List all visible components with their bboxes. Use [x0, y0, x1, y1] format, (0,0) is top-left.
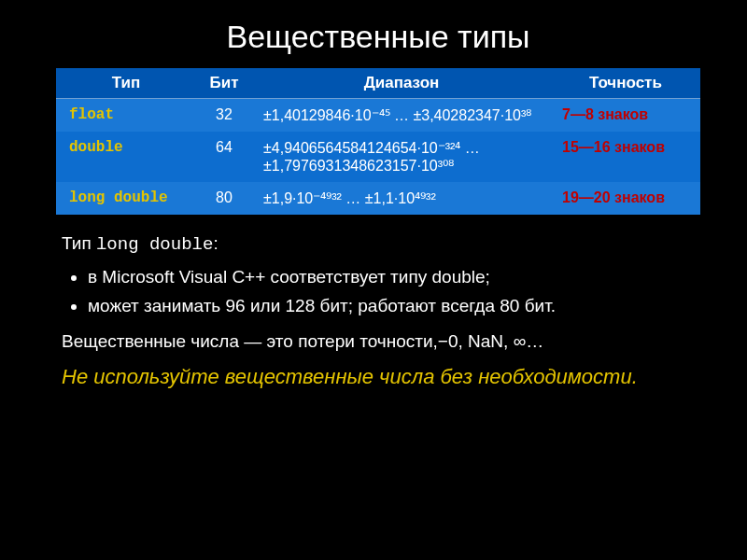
types-table: Тип Бит Диапазон Точность float 32 ±1,40… [56, 68, 700, 215]
list-item: в Microsoft Visual C++ соответствует тип… [88, 265, 700, 289]
cell-range: ±1,9·10⁻⁴⁹³² … ±1,1·10⁴⁹³² [252, 182, 551, 215]
bullet-list: в Microsoft Visual C++ соответствует тип… [88, 265, 700, 318]
lead-suffix: : [213, 233, 218, 253]
list-item: может занимать 96 или 128 бит; работают … [88, 294, 700, 318]
cell-precision: 19—20 знаков [551, 182, 700, 215]
cell-type: long double [56, 182, 196, 215]
cell-type: float [56, 99, 196, 133]
table-row: float 32 ±1,40129846·10⁻⁴⁵ … ±3,40282347… [56, 99, 700, 133]
col-bits: Бит [196, 68, 252, 99]
col-type: Тип [56, 68, 196, 99]
table-row: double 64 ±4,9406564584124654·10⁻³²⁴ … ±… [56, 132, 700, 182]
page-title: Вещественные типы [56, 19, 700, 55]
table-header-row: Тип Бит Диапазон Точность [56, 68, 700, 99]
code-long-double: long double [96, 234, 213, 255]
paragraph: Вещественные числа — это потери точности… [62, 329, 700, 354]
lead-prefix: Тип [62, 233, 96, 253]
cell-bits: 64 [196, 132, 252, 182]
col-range: Диапазон [252, 68, 551, 99]
cell-precision: 15—16 знаков [551, 132, 700, 182]
lead-paragraph: Тип long double: [62, 231, 700, 258]
cell-precision: 7—8 знаков [551, 99, 700, 133]
col-precision: Точность [551, 68, 700, 99]
cell-range: ±1,40129846·10⁻⁴⁵ … ±3,40282347·10³⁸ [252, 99, 551, 133]
cell-bits: 32 [196, 99, 252, 133]
table-row: long double 80 ±1,9·10⁻⁴⁹³² … ±1,1·10⁴⁹³… [56, 182, 700, 215]
emphasized-advice: Не используйте вещественные числа без не… [62, 363, 700, 391]
cell-range: ±4,9406564584124654·10⁻³²⁴ … ±1,79769313… [252, 132, 551, 182]
cell-bits: 80 [196, 182, 252, 215]
cell-type: double [56, 132, 196, 182]
body-text: Тип long double: в Microsoft Visual C++ … [56, 231, 700, 390]
slide: Вещественные типы Тип Бит Диапазон Точно… [0, 0, 747, 560]
